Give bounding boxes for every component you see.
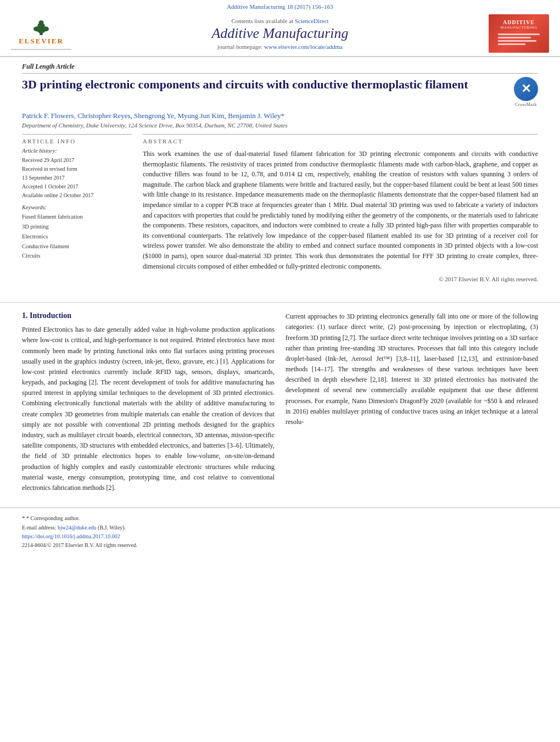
journal-title: Additive Manufacturing bbox=[71, 25, 489, 42]
sciencedirect-link[interactable]: ScienceDirect bbox=[295, 18, 329, 24]
main-right-col: Current approaches to 3D printing electr… bbox=[285, 311, 538, 499]
svg-rect-8 bbox=[498, 40, 536, 42]
history-received: Received 29 April 2017 bbox=[22, 156, 132, 165]
article-title-row: 3D printing electronic components and ci… bbox=[22, 77, 538, 107]
svg-rect-7 bbox=[498, 37, 531, 38]
footer-email: E-mail address: bjw24@duke.edu (B.J. Wil… bbox=[22, 523, 538, 532]
main-two-col: 1. Introduction Printed Electronics has … bbox=[0, 311, 560, 499]
intro-para2: Current approaches to 3D printing electr… bbox=[285, 311, 538, 427]
elsevier-wordmark: ELSEVIER bbox=[19, 37, 64, 46]
intro-heading: 1. Introduction bbox=[22, 311, 275, 320]
svg-rect-9 bbox=[498, 43, 525, 45]
elsevier-tree-icon bbox=[25, 20, 58, 36]
footer-doi: https://doi.org/10.1016/j.addma.2017.10.… bbox=[22, 532, 538, 541]
star-icon: * bbox=[22, 515, 25, 521]
keyword-item: Circuits bbox=[22, 251, 132, 261]
affiliation-line: Department of Chemistry, Duke University… bbox=[22, 122, 538, 129]
history-accepted: Accepted 1 October 2017 bbox=[22, 182, 132, 191]
doi-link[interactable]: https://doi.org/10.1016/j.addma.2017.10.… bbox=[22, 533, 120, 539]
homepage-url[interactable]: www.elsevier.com/locate/addma bbox=[264, 43, 343, 50]
journal-citation-bar: Additive Manufacturing 18 (2017) 156–163 bbox=[0, 0, 560, 11]
article-title: 3D printing electronic components and ci… bbox=[22, 77, 506, 93]
abstract-section-title: ABSTRACT bbox=[143, 134, 538, 144]
history-available: Available online 2 October 2017 bbox=[22, 191, 132, 200]
history-revised-date: 13 September 2017 bbox=[22, 174, 132, 182]
logo-manufacturing-label: MANUFACTURING bbox=[500, 25, 537, 30]
article-info-section-title: ARTICLE INFO bbox=[22, 138, 132, 144]
journal-header: ELSEVIER Contents lists available at Sci… bbox=[0, 11, 560, 57]
section-divider bbox=[0, 302, 560, 303]
article-footer: * * Corresponding author. E-mail address… bbox=[0, 507, 560, 550]
copyright-line: © 2017 Elsevier B.V. All rights reserved… bbox=[143, 276, 538, 282]
main-left-col: 1. Introduction Printed Electronics has … bbox=[22, 311, 275, 499]
keyword-item: Electronics bbox=[22, 232, 132, 242]
history-revised-label: Received in revised form bbox=[22, 165, 132, 174]
info-abstract-cols: ARTICLE INFO Article history: Received 2… bbox=[22, 134, 538, 282]
footer-email-address[interactable]: bjw24@duke.edu bbox=[58, 525, 97, 531]
authors-line: Patrick F. Flowers, Christopher Reyes, S… bbox=[22, 111, 538, 120]
article-info-col: ARTICLE INFO Article history: Received 2… bbox=[22, 134, 132, 282]
article-type: Full Length Article bbox=[22, 63, 538, 74]
svg-point-5 bbox=[39, 20, 44, 25]
keyword-item: Fused filament fabrication bbox=[22, 212, 132, 222]
article-body: Full Length Article 3D printing electron… bbox=[0, 57, 560, 293]
journal-logo-lines-icon bbox=[497, 31, 541, 48]
keywords-list: Fused filament fabrication3D printingEle… bbox=[22, 212, 132, 261]
journal-center-header: Contents lists available at ScienceDirec… bbox=[71, 18, 489, 50]
keyword-item: 3D printing bbox=[22, 222, 132, 232]
abstract-col: ABSTRACT This work examines the use of d… bbox=[143, 134, 538, 282]
footer-issn: 2214-8604/© 2017 Elsevier B.V. All right… bbox=[22, 541, 538, 550]
journal-citation-text: Additive Manufacturing 18 (2017) 156–163 bbox=[227, 3, 333, 10]
logo-additive-label: Additive bbox=[503, 19, 535, 25]
svg-rect-6 bbox=[498, 34, 540, 35]
keyword-item: Conductive filament bbox=[22, 242, 132, 252]
article-history-label: Article history: bbox=[22, 148, 132, 154]
elsevier-logo: ELSEVIER bbox=[11, 17, 71, 50]
crossmark-x-icon: ✕ bbox=[521, 82, 531, 96]
intro-para1: Printed Electronics has to date generall… bbox=[22, 325, 275, 493]
footer-corresponding: * * Corresponding author. bbox=[22, 514, 538, 523]
crossmark-label: CrossMark bbox=[515, 102, 537, 107]
abstract-text: This work examines the use of dual-mater… bbox=[143, 149, 538, 271]
article-info-box: ARTICLE INFO Article history: Received 2… bbox=[22, 134, 132, 261]
journal-logo-right: Additive MANUFACTURING bbox=[489, 14, 549, 53]
crossmark-badge[interactable]: ✕ CrossMark bbox=[514, 77, 538, 107]
contents-line: Contents lists available at ScienceDirec… bbox=[71, 18, 489, 24]
keywords-label: Keywords: bbox=[22, 204, 132, 210]
homepage-line: journal homepage: www.elsevier.com/locat… bbox=[71, 43, 489, 50]
crossmark-circle: ✕ bbox=[514, 77, 538, 101]
